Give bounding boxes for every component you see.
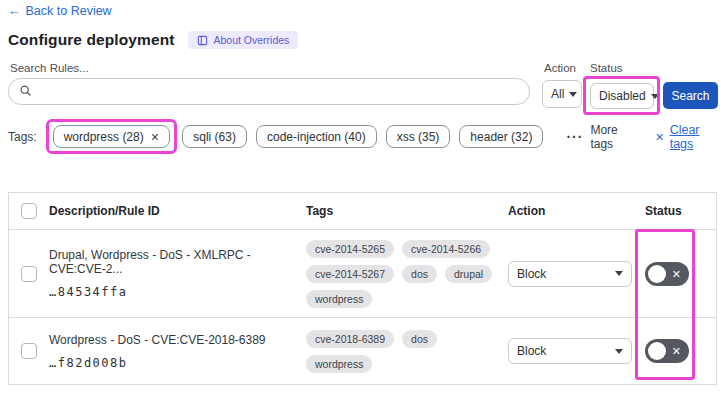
action-filter-dropdown[interactable]: All (542, 80, 582, 108)
about-overrides-badge[interactable]: About Overrides (188, 31, 298, 49)
tag-pill-sqli[interactable]: sqli (63) (182, 125, 247, 148)
toggle-knob (648, 342, 666, 360)
back-arrow-icon: ← (8, 4, 21, 18)
column-header-description: Description/Rule ID (49, 204, 298, 218)
rule-action-dropdown[interactable]: Block (508, 338, 632, 364)
tag-pill-label: sqli (63) (193, 130, 236, 144)
search-box (8, 78, 530, 105)
close-icon: × (655, 129, 663, 145)
search-rules-input[interactable] (38, 85, 519, 99)
search-rules-label: Search Rules... (10, 62, 89, 74)
tag-pill-label: xss (35) (397, 130, 440, 144)
more-tags-button[interactable]: ··· More tags (566, 123, 635, 151)
table-row: Wordpress - DoS - CVE:CVE-2018-6389 …f82… (9, 318, 716, 384)
rule-description: Drupal, Wordpress - DoS - XMLRPC - CVE:C… (49, 248, 290, 276)
annotation-box-wordpress-pill: wordpress (28) × (46, 119, 177, 154)
rule-tag: drupal (445, 265, 492, 283)
clear-tags-label: Clear tags (670, 123, 719, 151)
chevron-down-icon (615, 271, 623, 276)
tag-pill-code-injection[interactable]: code-injection (40) (256, 125, 377, 148)
chevron-down-icon (651, 94, 659, 99)
more-tags-label: More tags (590, 123, 635, 151)
rule-tag: dos (402, 265, 437, 283)
about-overrides-label: About Overrides (213, 34, 289, 46)
tag-pill-label: wordpress (28) (64, 130, 144, 144)
tags-bar: Tags: wordpress (28) × sqli (63) code-in… (8, 119, 719, 154)
rule-action-value: Block (517, 267, 546, 281)
tags-bar-label: Tags: (8, 130, 37, 144)
search-button[interactable]: Search (663, 82, 718, 109)
rule-tag: dos (402, 330, 437, 348)
rule-description: Wordpress - DoS - CVE:CVE-2018-6389 (49, 333, 290, 347)
column-header-tags: Tags (298, 204, 500, 218)
page-title: Configure deployment (8, 31, 174, 49)
column-header-status: Status (636, 204, 716, 218)
tag-pill-xss[interactable]: xss (35) (386, 125, 451, 148)
rule-tag: cve-2014-5267 (306, 265, 394, 283)
action-filter-value: All (551, 87, 564, 101)
configure-deployment-page: ← Back to Review Configure deployment Ab… (0, 0, 725, 406)
rule-tag: cve-2014-5266 (402, 240, 490, 258)
rule-id: …f82d008b (49, 356, 290, 370)
clear-tags-button[interactable]: × Clear tags (655, 123, 719, 151)
rule-status-toggle[interactable]: ✕ (645, 339, 689, 363)
chevron-down-icon (569, 92, 577, 97)
back-link-label: Back to Review (26, 4, 112, 18)
toggle-off-x-icon: ✕ (672, 346, 681, 357)
title-row: Configure deployment About Overrides (8, 31, 298, 49)
search-icon (19, 83, 32, 101)
tag-pill-label: code-injection (40) (267, 130, 366, 144)
table-header-row: Description/Rule ID Tags Action Status (9, 193, 716, 230)
status-label: Status (590, 62, 623, 74)
rule-tag: wordpress (306, 355, 372, 373)
action-label: Action (544, 62, 576, 74)
back-to-review-link[interactable]: ← Back to Review (8, 4, 112, 18)
tag-pill-label: header (32) (470, 130, 532, 144)
ellipsis-icon: ··· (566, 129, 583, 145)
toggle-knob (648, 265, 666, 283)
rule-id: …84534ffa (49, 285, 290, 299)
status-filter-dropdown[interactable]: Disabled (590, 83, 654, 109)
book-icon (197, 35, 208, 46)
column-header-action: Action (500, 204, 636, 218)
rule-tag: wordpress (306, 290, 372, 308)
rule-status-toggle[interactable]: ✕ (645, 262, 689, 286)
rules-table: Description/Rule ID Tags Action Status D… (8, 192, 717, 385)
row-checkbox[interactable] (21, 266, 37, 282)
rule-tag: cve-2018-6389 (306, 330, 394, 348)
tag-pill-header[interactable]: header (32) (459, 125, 543, 148)
select-all-checkbox[interactable] (21, 203, 37, 219)
toggle-off-x-icon: ✕ (672, 268, 681, 279)
status-filter-value: Disabled (599, 89, 646, 103)
tag-pill-wordpress[interactable]: wordpress (28) × (53, 125, 170, 148)
row-checkbox[interactable] (21, 343, 37, 359)
chevron-down-icon (615, 349, 623, 354)
rule-action-value: Block (517, 344, 546, 358)
rule-tag: cve-2014-5265 (306, 240, 394, 258)
table-row: Drupal, Wordpress - DoS - XMLRPC - CVE:C… (9, 230, 716, 318)
rule-action-dropdown[interactable]: Block (508, 261, 632, 287)
remove-tag-icon[interactable]: × (151, 130, 159, 144)
